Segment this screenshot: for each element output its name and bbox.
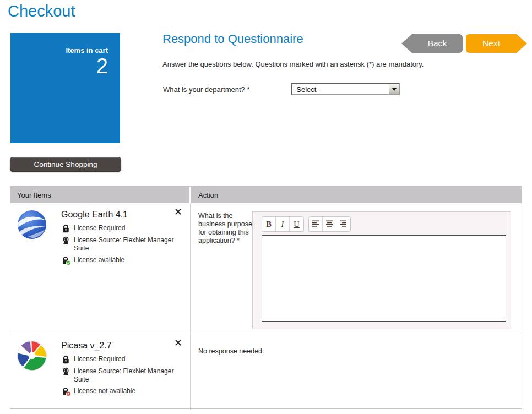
- close-icon: [175, 339, 181, 347]
- richtext-editor: B I U: [252, 211, 511, 329]
- continue-shopping-button[interactable]: Continue Shopping: [10, 157, 121, 172]
- license-required-text: License Required: [74, 355, 125, 363]
- column-header-action: Action: [191, 187, 522, 203]
- align-right-button[interactable]: [336, 217, 350, 231]
- questionnaire-title: Respond to Questionnaire: [162, 32, 303, 46]
- lock-available-icon: [62, 256, 71, 265]
- align-center-icon: [326, 220, 333, 228]
- item-cell: Picasa v_2.7: [10, 334, 191, 410]
- license-required-text: License Required: [74, 224, 125, 232]
- license-status-line: License available: [62, 256, 177, 265]
- richtext-toolbar: B I U: [262, 216, 351, 232]
- item-title: Google Earth 4.1: [61, 210, 128, 220]
- alignment-group: [308, 216, 351, 232]
- table-row: Google Earth 4.1: [10, 203, 522, 334]
- align-center-button[interactable]: [323, 217, 336, 231]
- cart-summary-card: Items in cart 2: [10, 33, 120, 143]
- license-status-text: License not available: [74, 387, 135, 395]
- item-cell: Google Earth 4.1: [10, 203, 191, 334]
- department-select-value: -Select-: [292, 85, 389, 94]
- license-status-line: License not available: [62, 387, 177, 396]
- action-cell: No response needed.: [191, 334, 522, 410]
- align-left-icon: [312, 220, 319, 228]
- lock-unavailable-icon: [62, 387, 71, 396]
- back-button-label: Back: [428, 39, 447, 48]
- chevron-down-icon: [392, 88, 397, 91]
- page-title: Checkout: [8, 2, 75, 20]
- no-response-text: No response needed.: [198, 347, 264, 355]
- action-cell: What is the business purpose for obtaini…: [191, 203, 522, 334]
- dropdown-arrow-button[interactable]: [389, 84, 399, 94]
- license-source-line: License Source: FlexNet Manager Suite: [62, 367, 177, 384]
- license-info-list: License Required License Source: FlexNet…: [62, 224, 177, 269]
- license-status-text: License available: [74, 256, 124, 264]
- cart-count: 2: [10, 56, 108, 78]
- award-ribbon-icon: [62, 367, 71, 377]
- item-title: Picasa v_2.7: [61, 341, 112, 351]
- department-question-label: What is your department? *: [163, 85, 250, 94]
- italic-button[interactable]: I: [276, 217, 290, 231]
- align-right-icon: [340, 220, 347, 228]
- text-style-group: B I U: [262, 216, 304, 232]
- remove-item-button[interactable]: [174, 208, 182, 216]
- bold-button[interactable]: B: [262, 217, 276, 231]
- remove-item-button[interactable]: [174, 339, 182, 347]
- back-button[interactable]: Back: [412, 34, 463, 53]
- table-header-row: Your Items Action: [10, 187, 522, 203]
- picasa-logo: [16, 340, 48, 372]
- lock-icon: [62, 355, 71, 364]
- checkout-page: Checkout Items in cart 2 Continue Shoppi…: [0, 0, 532, 414]
- award-ribbon-icon: [62, 236, 71, 246]
- next-button[interactable]: Next: [466, 34, 517, 53]
- column-header-your-items: Your Items: [10, 187, 191, 203]
- license-info-list: License Required License Source: FlexNet…: [62, 355, 177, 400]
- questionnaire-instructions: Answer the questions below. Questions ma…: [162, 60, 424, 68]
- underline-button[interactable]: U: [290, 217, 303, 231]
- license-source-text: License Source: FlexNet Manager Suite: [74, 236, 176, 253]
- google-earth-logo: [16, 209, 48, 241]
- next-button-label: Next: [482, 39, 500, 48]
- business-purpose-textarea[interactable]: [262, 235, 506, 322]
- cart-items-label: Items in cart: [10, 46, 108, 55]
- lock-icon: [62, 224, 71, 233]
- department-select[interactable]: -Select-: [291, 83, 400, 95]
- table-row: Picasa v_2.7: [10, 334, 522, 410]
- license-required-line: License Required: [62, 224, 177, 233]
- business-purpose-question-label: What is the business purpose for obtaini…: [198, 212, 252, 245]
- close-icon: [175, 208, 181, 216]
- license-required-line: License Required: [62, 355, 177, 364]
- cart-items-table: Your Items Action: [10, 186, 522, 409]
- align-left-button[interactable]: [309, 217, 323, 231]
- license-source-line: License Source: FlexNet Manager Suite: [62, 236, 177, 253]
- license-source-text: License Source: FlexNet Manager Suite: [74, 367, 176, 384]
